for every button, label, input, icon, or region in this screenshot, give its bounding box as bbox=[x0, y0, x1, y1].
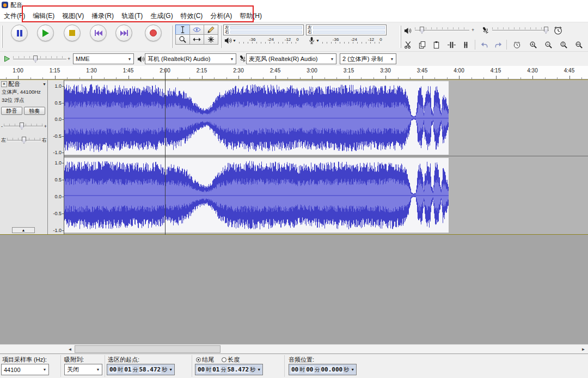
ruler-tick bbox=[385, 76, 386, 79]
ruler-tick bbox=[116, 77, 117, 79]
multi-tool-button[interactable] bbox=[204, 34, 218, 45]
seconds-value[interactable]: 00.000 bbox=[321, 366, 344, 373]
zoom-fit-button[interactable] bbox=[573, 39, 585, 51]
redo-button[interactable] bbox=[492, 39, 504, 51]
horizontal-scrollbar[interactable]: ◄ ► bbox=[0, 344, 588, 353]
chevron-down-icon[interactable]: ▼ bbox=[42, 82, 46, 86]
hours-value[interactable]: 00 bbox=[197, 366, 205, 373]
silence-audio-button[interactable] bbox=[460, 39, 471, 51]
output-device-select[interactable]: 耳机 (Realtek(R) Audio)▼ bbox=[145, 53, 236, 64]
audio-host-select[interactable]: MME▼ bbox=[73, 53, 134, 64]
window-title: 配音 bbox=[10, 1, 22, 9]
amp-label: -1.0 bbox=[48, 228, 62, 233]
skip-end-button[interactable] bbox=[115, 25, 132, 41]
trim-audio-button[interactable] bbox=[445, 39, 457, 51]
timeline-label: 4:00 bbox=[454, 68, 464, 74]
zoom-in-button[interactable] bbox=[527, 39, 539, 51]
timeline-ruler[interactable]: 1:001:151:301:452:002:152:302:453:003:15… bbox=[0, 66, 588, 80]
skip-start-button[interactable] bbox=[90, 25, 107, 41]
track-collapse-button[interactable]: ▲ bbox=[12, 227, 35, 233]
hours-value[interactable]: 00 bbox=[109, 366, 117, 373]
length-radio[interactable] bbox=[222, 357, 226, 362]
zoom-selection-button[interactable] bbox=[558, 39, 569, 51]
project-rate-select[interactable]: 44100▼ bbox=[1, 364, 49, 375]
slider-thumb[interactable] bbox=[22, 137, 26, 144]
seconds-value[interactable]: 58.472 bbox=[139, 366, 162, 373]
mute-button[interactable]: 静音 bbox=[1, 107, 22, 115]
pause-button[interactable] bbox=[11, 25, 28, 41]
ruler-tick bbox=[312, 76, 313, 79]
pan-slider[interactable]: 左 右 bbox=[1, 137, 47, 144]
playback-meter[interactable]: 左右 bbox=[223, 25, 304, 35]
draw-tool-button[interactable] bbox=[204, 25, 218, 35]
seconds-value[interactable]: 58.472 bbox=[227, 366, 250, 373]
ruler-tick bbox=[422, 76, 423, 79]
record-icon bbox=[150, 29, 157, 36]
paste-button[interactable] bbox=[430, 39, 442, 51]
chevron-down-icon[interactable]: ▼ bbox=[257, 368, 261, 371]
vertical-scale-ruler[interactable]: 1.00.50.0-0.5-1.01.00.50.0-0.5-1.0 bbox=[48, 80, 64, 234]
device-toolbar: + MME▼ 耳机 (Realtek(R) Audio)▼ 麦克风 (Realt… bbox=[0, 51, 588, 66]
cut-button[interactable] bbox=[402, 39, 414, 51]
waveform-channel-right[interactable] bbox=[64, 158, 449, 233]
zoom-tool-button[interactable] bbox=[175, 34, 190, 45]
envelope-tool-button[interactable] bbox=[189, 25, 204, 35]
zoom-out-button[interactable] bbox=[542, 39, 554, 51]
mic-icon[interactable] bbox=[308, 36, 316, 45]
play-button[interactable] bbox=[37, 25, 54, 41]
ruler-tick bbox=[398, 77, 399, 79]
copy-button[interactable] bbox=[416, 39, 428, 51]
slider-thumb[interactable] bbox=[420, 27, 424, 34]
playback-volume-slider[interactable] bbox=[415, 27, 469, 34]
timeshift-tool-button[interactable] bbox=[189, 34, 204, 45]
end-radio[interactable] bbox=[196, 357, 201, 362]
play-at-speed-button[interactable] bbox=[1, 53, 13, 65]
selection-start-time[interactable]: 00时 01分 58.472秒 ▼ bbox=[107, 364, 175, 375]
ruler-tick bbox=[251, 77, 252, 79]
chevron-down-icon[interactable]: ▼ bbox=[232, 39, 236, 42]
clock-icon[interactable] bbox=[553, 26, 563, 35]
toolbar-grip[interactable] bbox=[220, 26, 222, 48]
undo-button[interactable] bbox=[478, 39, 490, 51]
solo-button[interactable]: 独奏 bbox=[24, 107, 45, 115]
toolbar-grip[interactable] bbox=[171, 26, 173, 48]
minutes-value[interactable]: 00 bbox=[305, 366, 314, 373]
input-channels-select[interactable]: 2 (立体声) 录制▼ bbox=[340, 53, 396, 64]
toolbar-grip[interactable] bbox=[1, 26, 3, 48]
ruler-tick bbox=[128, 76, 129, 79]
track-close-button[interactable]: × bbox=[1, 81, 7, 87]
ruler-tick bbox=[459, 76, 460, 79]
speaker-icon[interactable] bbox=[224, 36, 232, 45]
play-speed-slider[interactable] bbox=[13, 56, 66, 63]
sync-lock-button[interactable] bbox=[511, 39, 523, 51]
input-device-select[interactable]: 麦克风 (Realtek(R) Audio)▼ bbox=[246, 53, 336, 64]
selection-tool-button[interactable] bbox=[175, 25, 190, 35]
audio-position-time[interactable]: 00时 00分 00.000秒 ▼ bbox=[289, 364, 357, 375]
scroll-left-arrow[interactable]: ◄ bbox=[65, 345, 75, 353]
record-button[interactable] bbox=[145, 25, 162, 41]
recording-volume-slider[interactable] bbox=[492, 27, 549, 34]
waveform-channel-left[interactable] bbox=[64, 81, 449, 155]
minutes-value[interactable]: 01 bbox=[212, 366, 220, 373]
minutes-value[interactable]: 01 bbox=[124, 366, 132, 373]
stop-button[interactable] bbox=[64, 25, 81, 41]
chevron-down-icon[interactable]: ▼ bbox=[351, 368, 354, 371]
selection-end-time[interactable]: 00时 01分 58.472秒 ▼ bbox=[195, 364, 263, 375]
end-radio-label[interactable]: 结尾 bbox=[202, 356, 214, 363]
length-radio-label[interactable]: 长度 bbox=[228, 356, 240, 363]
scroll-right-arrow[interactable]: ► bbox=[579, 345, 588, 353]
slider-thumb[interactable] bbox=[544, 27, 548, 34]
toolbar-grip[interactable] bbox=[400, 26, 401, 48]
snap-select[interactable]: 关闭▼ bbox=[64, 364, 102, 375]
gain-slider[interactable]: - + bbox=[1, 123, 47, 130]
ruler-tick bbox=[226, 77, 227, 79]
recording-meter[interactable]: 左右 bbox=[306, 25, 387, 35]
scrollbar-thumb[interactable] bbox=[75, 345, 220, 353]
chevron-down-icon[interactable]: ▼ bbox=[169, 368, 173, 371]
track-name[interactable]: 配音 bbox=[8, 80, 41, 88]
chevron-down-icon[interactable]: ▼ bbox=[316, 39, 320, 42]
ruler-tick bbox=[471, 77, 472, 79]
slider-thumb[interactable] bbox=[33, 56, 38, 63]
hours-value[interactable]: 00 bbox=[291, 366, 299, 373]
slider-thumb[interactable] bbox=[20, 123, 24, 130]
